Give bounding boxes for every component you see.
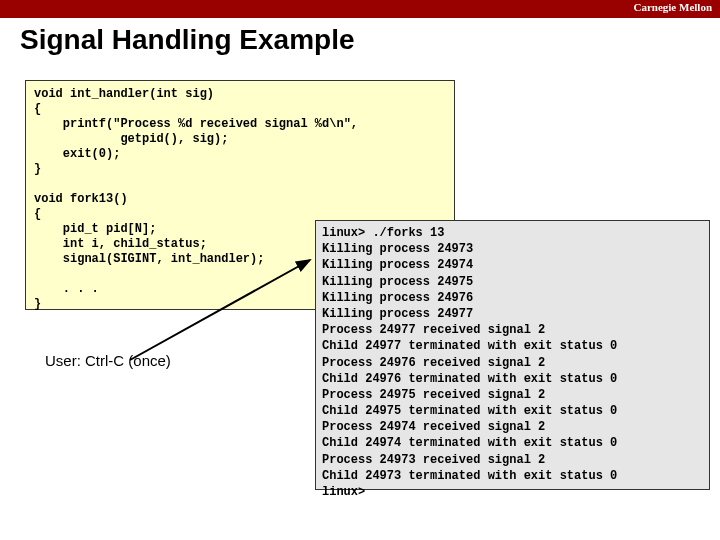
institution-label: Carnegie Mellon [633,1,712,13]
terminal-output: linux> ./forks 13 Killing process 24973 … [315,220,710,490]
header-bar: Carnegie Mellon [0,0,720,18]
user-action-note: User: Ctrl-C (once) [45,352,171,369]
slide-title: Signal Handling Example [0,18,720,64]
